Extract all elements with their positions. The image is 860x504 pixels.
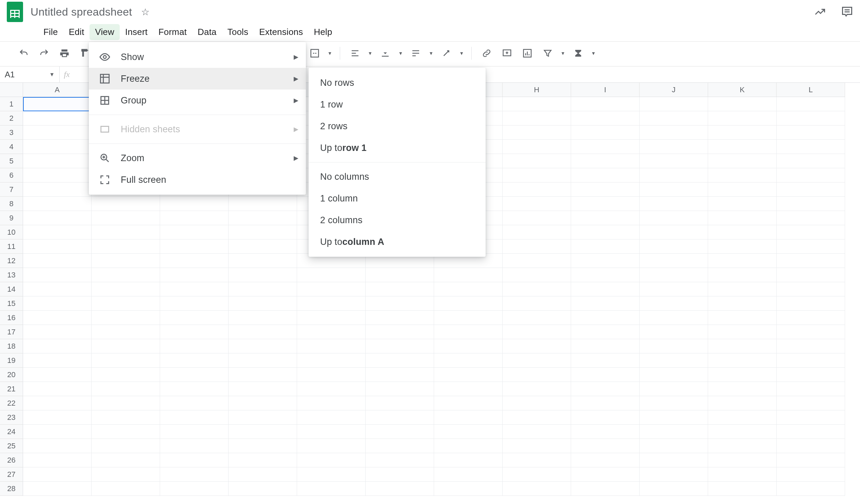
- cell[interactable]: [708, 97, 777, 111]
- cell[interactable]: [434, 325, 503, 339]
- print-icon[interactable]: [58, 46, 71, 60]
- cell[interactable]: [571, 354, 640, 368]
- cell[interactable]: [640, 297, 708, 311]
- cell[interactable]: [571, 282, 640, 297]
- cell[interactable]: [160, 439, 229, 453]
- row-header[interactable]: 11: [0, 240, 23, 254]
- cell[interactable]: [777, 325, 845, 339]
- menu-extensions[interactable]: Extensions: [254, 24, 308, 40]
- cell[interactable]: [91, 211, 160, 225]
- document-title[interactable]: Untitled spreadsheet: [30, 6, 132, 18]
- cell[interactable]: [503, 467, 571, 481]
- cell[interactable]: [708, 311, 777, 325]
- cell[interactable]: [160, 325, 229, 339]
- cell[interactable]: [503, 424, 571, 439]
- row-header[interactable]: 10: [0, 225, 23, 240]
- cell[interactable]: [571, 154, 640, 168]
- cell[interactable]: [434, 439, 503, 453]
- cell[interactable]: [708, 154, 777, 168]
- cell[interactable]: [777, 481, 845, 496]
- cell[interactable]: [571, 225, 640, 240]
- cell[interactable]: [297, 411, 366, 424]
- h-align-dropdown-icon[interactable]: ▼: [368, 51, 373, 56]
- cell[interactable]: [23, 126, 91, 140]
- cell[interactable]: [503, 339, 571, 354]
- cell[interactable]: [708, 126, 777, 140]
- cell[interactable]: [777, 111, 845, 126]
- cell[interactable]: [503, 311, 571, 325]
- cell[interactable]: [708, 225, 777, 240]
- freeze-up-to-column[interactable]: Up to column A: [309, 231, 486, 253]
- cell[interactable]: [777, 282, 845, 297]
- row-header[interactable]: 19: [0, 354, 23, 368]
- cell[interactable]: [434, 297, 503, 311]
- cell[interactable]: [640, 382, 708, 396]
- cell[interactable]: [640, 439, 708, 453]
- cell[interactable]: [434, 339, 503, 354]
- freeze-2-rows[interactable]: 2 rows: [309, 115, 486, 137]
- cell[interactable]: [160, 225, 229, 240]
- cell[interactable]: [23, 424, 91, 439]
- cell[interactable]: [434, 368, 503, 382]
- cell[interactable]: [571, 211, 640, 225]
- cell[interactable]: [777, 453, 845, 467]
- cell[interactable]: [503, 411, 571, 424]
- cell[interactable]: [366, 424, 434, 439]
- row-header[interactable]: 20: [0, 368, 23, 382]
- cell[interactable]: [91, 354, 160, 368]
- freeze-2-columns[interactable]: 2 columns: [309, 209, 486, 231]
- cell[interactable]: [160, 311, 229, 325]
- cell[interactable]: [571, 467, 640, 481]
- cell[interactable]: [229, 439, 297, 453]
- cell[interactable]: [229, 240, 297, 254]
- cell[interactable]: [229, 467, 297, 481]
- v-align-dropdown-icon[interactable]: ▼: [398, 51, 403, 56]
- row-header[interactable]: 25: [0, 439, 23, 453]
- cell[interactable]: [297, 297, 366, 311]
- cell[interactable]: [160, 368, 229, 382]
- row-header[interactable]: 22: [0, 396, 23, 411]
- cell[interactable]: [640, 140, 708, 154]
- freeze-1-row[interactable]: 1 row: [309, 93, 486, 115]
- cell[interactable]: [91, 311, 160, 325]
- cell[interactable]: [571, 254, 640, 268]
- cell[interactable]: [366, 368, 434, 382]
- cell[interactable]: [571, 396, 640, 411]
- cell[interactable]: [160, 453, 229, 467]
- column-header[interactable]: L: [777, 83, 845, 97]
- insert-link-icon[interactable]: [480, 46, 493, 60]
- cell[interactable]: [160, 282, 229, 297]
- cell[interactable]: [503, 211, 571, 225]
- view-show[interactable]: Show ▶: [89, 46, 306, 68]
- menu-tools[interactable]: Tools: [222, 24, 254, 40]
- cell[interactable]: [229, 311, 297, 325]
- cell[interactable]: [366, 339, 434, 354]
- cell[interactable]: [434, 354, 503, 368]
- cell[interactable]: [777, 211, 845, 225]
- cell[interactable]: [229, 268, 297, 282]
- cell[interactable]: [777, 225, 845, 240]
- cell[interactable]: [23, 225, 91, 240]
- cell[interactable]: [160, 297, 229, 311]
- filter-dropdown-icon[interactable]: ▼: [561, 51, 565, 56]
- column-header[interactable]: K: [708, 83, 777, 97]
- cell[interactable]: [503, 481, 571, 496]
- cell[interactable]: [640, 183, 708, 197]
- cell[interactable]: [91, 225, 160, 240]
- cell[interactable]: [160, 382, 229, 396]
- cell[interactable]: [708, 453, 777, 467]
- freeze-up-to-row[interactable]: Up to row 1: [309, 137, 486, 159]
- view-zoom[interactable]: Zoom ▶: [89, 147, 306, 169]
- cell[interactable]: [229, 339, 297, 354]
- merge-dropdown-icon[interactable]: ▼: [328, 51, 332, 56]
- cell[interactable]: [640, 339, 708, 354]
- cell[interactable]: [229, 411, 297, 424]
- cell[interactable]: [160, 197, 229, 211]
- cell[interactable]: [434, 481, 503, 496]
- cell[interactable]: [503, 282, 571, 297]
- column-header[interactable]: I: [571, 83, 640, 97]
- cell[interactable]: [503, 268, 571, 282]
- row-header[interactable]: 23: [0, 411, 23, 424]
- cell[interactable]: [229, 396, 297, 411]
- view-group[interactable]: Group ▶: [89, 89, 306, 111]
